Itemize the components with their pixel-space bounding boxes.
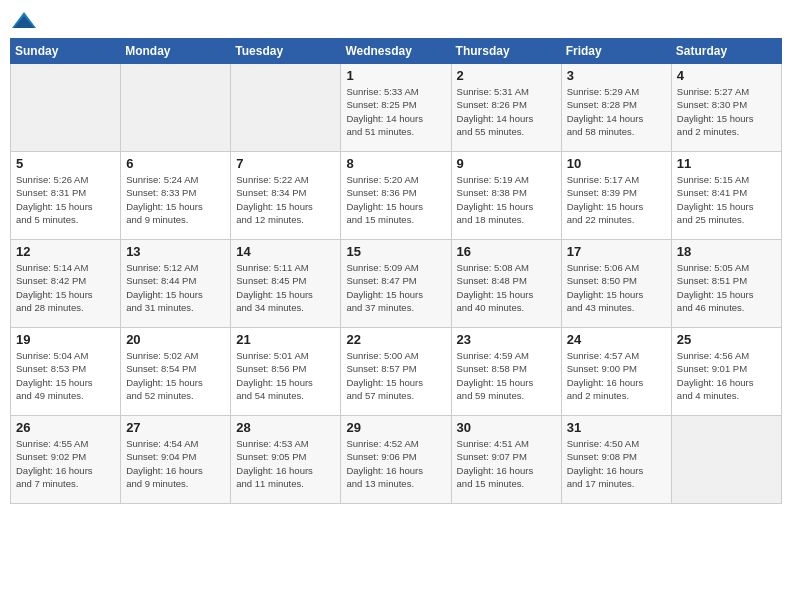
day-number: 13: [126, 244, 225, 259]
day-number: 6: [126, 156, 225, 171]
day-info-line: Daylight: 16 hours: [346, 464, 445, 477]
logo: [10, 10, 38, 32]
day-info-line: Sunrise: 4:59 AM: [457, 349, 556, 362]
day-info-line: Sunrise: 5:06 AM: [567, 261, 666, 274]
day-info-line: Sunrise: 5:24 AM: [126, 173, 225, 186]
day-number: 29: [346, 420, 445, 435]
calendar-cell: 28Sunrise: 4:53 AMSunset: 9:05 PMDayligh…: [231, 416, 341, 504]
calendar-cell: 21Sunrise: 5:01 AMSunset: 8:56 PMDayligh…: [231, 328, 341, 416]
day-info-line: Sunset: 8:31 PM: [16, 186, 115, 199]
day-info-line: and 2 minutes.: [677, 125, 776, 138]
day-info-line: Sunset: 8:51 PM: [677, 274, 776, 287]
day-info-line: Sunset: 8:47 PM: [346, 274, 445, 287]
day-info-line: and 59 minutes.: [457, 389, 556, 402]
day-info-line: Daylight: 14 hours: [567, 112, 666, 125]
day-info-line: Sunset: 9:02 PM: [16, 450, 115, 463]
day-number: 19: [16, 332, 115, 347]
day-info-line: Sunset: 8:36 PM: [346, 186, 445, 199]
day-info-line: and 55 minutes.: [457, 125, 556, 138]
day-info-line: Sunrise: 5:31 AM: [457, 85, 556, 98]
day-info-line: Daylight: 15 hours: [236, 288, 335, 301]
calendar-cell: [231, 64, 341, 152]
day-info-line: Sunset: 8:26 PM: [457, 98, 556, 111]
weekday-header: Sunday: [11, 39, 121, 64]
day-info-line: Sunset: 8:30 PM: [677, 98, 776, 111]
calendar-cell: 13Sunrise: 5:12 AMSunset: 8:44 PMDayligh…: [121, 240, 231, 328]
day-number: 28: [236, 420, 335, 435]
day-info-line: Daylight: 15 hours: [677, 288, 776, 301]
calendar-cell: 31Sunrise: 4:50 AMSunset: 9:08 PMDayligh…: [561, 416, 671, 504]
day-number: 26: [16, 420, 115, 435]
day-info-line: Sunrise: 4:54 AM: [126, 437, 225, 450]
day-info-line: Sunrise: 4:53 AM: [236, 437, 335, 450]
day-number: 23: [457, 332, 556, 347]
day-number: 11: [677, 156, 776, 171]
calendar-cell: 11Sunrise: 5:15 AMSunset: 8:41 PMDayligh…: [671, 152, 781, 240]
day-info-line: and 17 minutes.: [567, 477, 666, 490]
day-number: 8: [346, 156, 445, 171]
day-info-line: Sunset: 8:39 PM: [567, 186, 666, 199]
calendar-body: 1Sunrise: 5:33 AMSunset: 8:25 PMDaylight…: [11, 64, 782, 504]
day-info-line: Sunset: 8:33 PM: [126, 186, 225, 199]
day-info-line: Daylight: 15 hours: [16, 200, 115, 213]
day-number: 4: [677, 68, 776, 83]
day-info-line: and 5 minutes.: [16, 213, 115, 226]
calendar-week-row: 1Sunrise: 5:33 AMSunset: 8:25 PMDaylight…: [11, 64, 782, 152]
calendar-cell: 14Sunrise: 5:11 AMSunset: 8:45 PMDayligh…: [231, 240, 341, 328]
calendar-cell: 25Sunrise: 4:56 AMSunset: 9:01 PMDayligh…: [671, 328, 781, 416]
day-info-line: and 15 minutes.: [457, 477, 556, 490]
day-number: 18: [677, 244, 776, 259]
day-info-line: Daylight: 15 hours: [346, 288, 445, 301]
day-info-line: Daylight: 16 hours: [677, 376, 776, 389]
day-info-line: and 9 minutes.: [126, 213, 225, 226]
day-info-line: Sunrise: 5:02 AM: [126, 349, 225, 362]
day-info-line: and 40 minutes.: [457, 301, 556, 314]
weekday-header: Thursday: [451, 39, 561, 64]
day-info-line: and 28 minutes.: [16, 301, 115, 314]
calendar-cell: 4Sunrise: 5:27 AMSunset: 8:30 PMDaylight…: [671, 64, 781, 152]
calendar-cell: 9Sunrise: 5:19 AMSunset: 8:38 PMDaylight…: [451, 152, 561, 240]
day-info-line: and 57 minutes.: [346, 389, 445, 402]
day-info-line: and 15 minutes.: [346, 213, 445, 226]
calendar-cell: [11, 64, 121, 152]
day-number: 10: [567, 156, 666, 171]
weekday-header: Tuesday: [231, 39, 341, 64]
day-info-line: Sunset: 8:28 PM: [567, 98, 666, 111]
day-info-line: Sunrise: 4:56 AM: [677, 349, 776, 362]
day-info-line: and 22 minutes.: [567, 213, 666, 226]
calendar-cell: 17Sunrise: 5:06 AMSunset: 8:50 PMDayligh…: [561, 240, 671, 328]
day-info-line: Daylight: 16 hours: [126, 464, 225, 477]
day-info-line: Daylight: 15 hours: [346, 200, 445, 213]
calendar-header: SundayMondayTuesdayWednesdayThursdayFrid…: [11, 39, 782, 64]
day-info-line: Daylight: 16 hours: [16, 464, 115, 477]
day-info-line: Sunset: 8:50 PM: [567, 274, 666, 287]
day-info-line: Daylight: 15 hours: [236, 200, 335, 213]
day-info-line: Sunrise: 4:52 AM: [346, 437, 445, 450]
day-info-line: and 2 minutes.: [567, 389, 666, 402]
day-info-line: Sunset: 8:58 PM: [457, 362, 556, 375]
calendar-week-row: 12Sunrise: 5:14 AMSunset: 8:42 PMDayligh…: [11, 240, 782, 328]
day-info-line: Sunset: 9:00 PM: [567, 362, 666, 375]
calendar-cell: 27Sunrise: 4:54 AMSunset: 9:04 PMDayligh…: [121, 416, 231, 504]
calendar-cell: 10Sunrise: 5:17 AMSunset: 8:39 PMDayligh…: [561, 152, 671, 240]
day-info-line: Daylight: 15 hours: [16, 288, 115, 301]
day-info-line: and 34 minutes.: [236, 301, 335, 314]
day-info-line: Sunrise: 5:15 AM: [677, 173, 776, 186]
calendar-cell: 19Sunrise: 5:04 AMSunset: 8:53 PMDayligh…: [11, 328, 121, 416]
day-number: 3: [567, 68, 666, 83]
calendar-cell: 23Sunrise: 4:59 AMSunset: 8:58 PMDayligh…: [451, 328, 561, 416]
day-info-line: Sunset: 8:45 PM: [236, 274, 335, 287]
day-info-line: Daylight: 15 hours: [346, 376, 445, 389]
day-info-line: Daylight: 16 hours: [567, 376, 666, 389]
day-number: 27: [126, 420, 225, 435]
day-info-line: Sunrise: 5:09 AM: [346, 261, 445, 274]
calendar-week-row: 5Sunrise: 5:26 AMSunset: 8:31 PMDaylight…: [11, 152, 782, 240]
weekday-header: Saturday: [671, 39, 781, 64]
day-info-line: Daylight: 15 hours: [567, 288, 666, 301]
day-info-line: Sunrise: 4:51 AM: [457, 437, 556, 450]
day-info-line: Sunrise: 5:20 AM: [346, 173, 445, 186]
day-info-line: Sunrise: 5:33 AM: [346, 85, 445, 98]
day-info-line: Sunset: 8:48 PM: [457, 274, 556, 287]
calendar-cell: 16Sunrise: 5:08 AMSunset: 8:48 PMDayligh…: [451, 240, 561, 328]
day-info-line: Daylight: 15 hours: [457, 200, 556, 213]
